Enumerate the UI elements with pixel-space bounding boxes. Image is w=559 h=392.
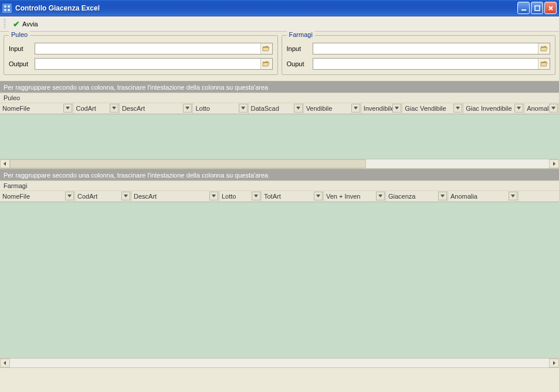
column-header[interactable]: Ven + Inven <box>324 191 386 202</box>
column-filter-button[interactable] <box>121 192 130 200</box>
column-header[interactable]: Invendibile <box>361 103 403 114</box>
column-filter-button[interactable] <box>294 104 303 113</box>
scroll-track[interactable] <box>10 359 549 367</box>
column-filter-button[interactable] <box>549 104 558 113</box>
minimize-button[interactable] <box>517 2 530 14</box>
column-filter-button[interactable] <box>509 192 517 200</box>
column-header[interactable]: DescArt <box>131 191 219 202</box>
svg-rect-5 <box>521 9 526 11</box>
grid1-hscrollbar[interactable] <box>0 159 559 169</box>
folder-open-icon <box>540 60 548 67</box>
column-header-label: Anomalia <box>450 193 477 200</box>
column-header[interactable]: DescArt <box>120 103 193 114</box>
column-header-label: DescArt <box>122 105 145 112</box>
checkmark-icon: ✔ <box>13 19 20 29</box>
grid1-body[interactable] <box>0 114 559 159</box>
column-filter-button[interactable] <box>239 104 248 113</box>
farmagi-output-field[interactable] <box>313 59 538 69</box>
grid2-groupby-bar[interactable]: Per raggruppare secondo una colonna, tra… <box>0 169 559 180</box>
column-header[interactable]: NomeFile <box>0 191 75 202</box>
folder-open-icon <box>262 45 270 52</box>
column-header-label: Giac Vendibile <box>405 105 446 112</box>
scroll-track[interactable] <box>10 159 549 168</box>
puleo-input-field[interactable] <box>35 43 260 54</box>
grid2-section-label: Farmagi <box>0 180 559 191</box>
puleo-input-browse-button[interactable] <box>260 43 272 54</box>
minimize-icon <box>521 5 527 11</box>
puleo-output-picker <box>35 58 273 70</box>
column-filter-button[interactable] <box>314 192 323 200</box>
grid1: Per raggruppare secondo una colonna, tra… <box>0 81 559 169</box>
column-header[interactable]: Anomali <box>524 103 559 114</box>
grid2-hscrollbar[interactable] <box>0 358 559 368</box>
app-icon <box>2 4 12 13</box>
column-header[interactable]: Vendibile <box>304 103 361 114</box>
window-buttons <box>517 2 557 14</box>
chevron-right-icon <box>552 162 556 166</box>
farmagi-output-browse-button[interactable] <box>538 59 550 69</box>
window-title: Controllo Giacenza Excel <box>15 4 517 12</box>
column-filter-button[interactable] <box>453 104 462 113</box>
column-filter-button[interactable] <box>514 104 523 113</box>
column-header[interactable]: DataScad <box>249 103 304 114</box>
column-header[interactable]: Giac Invendibile <box>463 103 524 114</box>
chevron-left-icon <box>3 361 7 365</box>
column-header[interactable]: Lotto <box>193 103 248 114</box>
column-filter-button[interactable] <box>392 104 401 113</box>
farmagi-input-picker <box>313 43 551 54</box>
close-icon <box>548 5 554 11</box>
column-header[interactable]: Lotto <box>219 191 262 202</box>
column-header[interactable]: CodArt <box>73 103 119 114</box>
puleo-output-label: Output <box>9 60 35 67</box>
column-header-label: Lotto <box>195 105 209 112</box>
column-header-label: CodArt <box>77 193 97 200</box>
grid1-column-headers: NomeFileCodArtDescArtLottoDataScadVendib… <box>0 103 559 114</box>
toolbar-grip <box>4 19 6 29</box>
column-header-label: Giacenza <box>388 193 415 200</box>
grid2-body[interactable] <box>0 202 559 358</box>
svg-rect-3 <box>4 9 6 11</box>
titlebar: Controllo Giacenza Excel <box>0 0 559 16</box>
toolbar: ✔ Avvia <box>0 16 559 32</box>
maximize-icon <box>534 5 540 11</box>
column-header-label: Vendibile <box>306 105 333 112</box>
column-header[interactable]: CodArt <box>75 191 131 202</box>
column-header[interactable]: Giacenza <box>386 191 448 202</box>
puleo-output-browse-button[interactable] <box>260 59 272 69</box>
column-filter-button[interactable] <box>110 104 118 113</box>
folder-open-icon <box>262 60 270 67</box>
groupbox-puleo-legend: Puleo <box>9 31 30 38</box>
column-header[interactable]: Giac Vendibile <box>402 103 463 114</box>
grid2-column-headers: NomeFileCodArtDescArtLottoTotArtVen + In… <box>0 191 559 202</box>
column-filter-button[interactable] <box>63 104 72 113</box>
farmagi-input-browse-button[interactable] <box>538 43 550 54</box>
column-header[interactable]: Anomalia <box>448 191 519 202</box>
column-filter-button[interactable] <box>65 192 74 200</box>
column-filter-button[interactable] <box>252 192 260 200</box>
scroll-left-button[interactable] <box>0 359 10 367</box>
column-filter-button[interactable] <box>376 192 385 200</box>
puleo-output-field[interactable] <box>35 59 260 69</box>
scroll-thumb[interactable] <box>10 159 366 168</box>
close-button[interactable] <box>544 2 557 14</box>
column-header-label: Anomali <box>527 105 550 112</box>
column-filter-button[interactable] <box>438 192 447 200</box>
scroll-right-button[interactable] <box>549 359 559 367</box>
scroll-right-button[interactable] <box>549 159 559 168</box>
svg-rect-1 <box>4 5 6 8</box>
column-filter-button[interactable] <box>183 104 192 113</box>
scroll-left-button[interactable] <box>0 159 10 168</box>
column-filter-button[interactable] <box>209 192 218 200</box>
chevron-left-icon <box>3 162 7 166</box>
grid1-groupby-bar[interactable]: Per raggruppare secondo una colonna, tra… <box>0 81 559 93</box>
avvia-button[interactable]: ✔ Avvia <box>9 18 42 30</box>
svg-rect-6 <box>535 6 540 11</box>
maximize-button[interactable] <box>531 2 543 14</box>
column-header[interactable]: NomeFile <box>0 103 73 114</box>
groupbox-farmagi: Farmagi Input Ouput <box>282 35 556 75</box>
column-header-label: TotArt <box>264 193 281 200</box>
column-filter-button[interactable] <box>351 104 360 113</box>
grid1-groupby-hint: Per raggruppare secondo una colonna, tra… <box>4 84 268 91</box>
column-header[interactable]: TotArt <box>262 191 324 202</box>
farmagi-input-field[interactable] <box>313 43 538 54</box>
